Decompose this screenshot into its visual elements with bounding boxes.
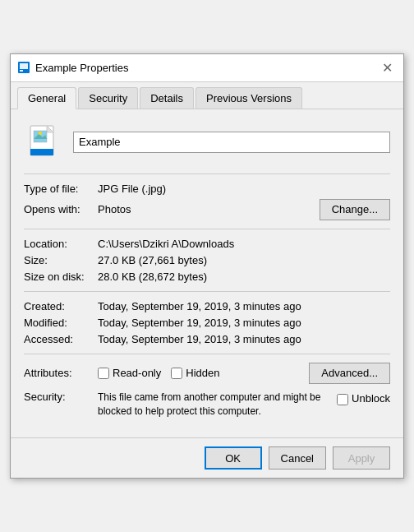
type-value: JPG File (.jpg) xyxy=(98,183,390,195)
hidden-label: Hidden xyxy=(186,367,219,379)
size-value: 27.0 KB (27,661 bytes) xyxy=(98,254,390,266)
location-value: C:\Users\Dzikri A\Downloads xyxy=(98,238,390,250)
unblock-checkbox[interactable] xyxy=(337,394,348,405)
accessed-label: Accessed: xyxy=(24,333,98,345)
tab-previous-versions[interactable]: Previous Versions xyxy=(196,87,302,109)
security-text: This file came from another computer and… xyxy=(98,391,337,419)
accessed-value: Today, September 19, 2019, 3 minutes ago xyxy=(98,333,390,345)
file-icon xyxy=(24,123,63,162)
footer: OK Cancel Apply xyxy=(11,437,403,478)
change-button[interactable]: Change... xyxy=(320,199,390,220)
size-row: Size: 27.0 KB (27,661 bytes) xyxy=(24,254,390,266)
unblock-label: Unblock xyxy=(352,392,390,405)
svg-rect-5 xyxy=(30,149,53,155)
security-label: Security: xyxy=(24,391,98,403)
tab-general[interactable]: General xyxy=(17,87,76,109)
jpg-file-icon xyxy=(24,123,63,162)
size-disk-value: 28.0 KB (28,672 bytes) xyxy=(98,271,390,283)
svg-rect-2 xyxy=(20,70,23,72)
attributes-label: Attributes: xyxy=(24,367,98,379)
title-bar-left: Example Properties xyxy=(17,61,128,74)
opens-with-row: Opens with: Photos Change... xyxy=(24,199,390,220)
tab-bar: General Security Details Previous Versio… xyxy=(11,82,403,109)
modified-value: Today, September 19, 2019, 3 minutes ago xyxy=(98,317,390,329)
location-row: Location: C:\Users\Dzikri A\Downloads xyxy=(24,238,390,250)
modified-label: Modified: xyxy=(24,317,98,329)
svg-point-8 xyxy=(39,132,42,135)
readonly-label: Read-only xyxy=(113,367,161,379)
created-row: Created: Today, September 19, 2019, 3 mi… xyxy=(24,300,390,312)
type-row: Type of file: JPG File (.jpg) xyxy=(24,183,390,195)
close-button[interactable]: ✕ xyxy=(377,58,397,77)
filename-input[interactable] xyxy=(73,132,390,153)
readonly-checkbox-label[interactable]: Read-only xyxy=(98,367,161,379)
properties-window: Example Properties ✕ General Security De… xyxy=(10,53,404,479)
divider-1 xyxy=(24,173,390,174)
hidden-checkbox[interactable] xyxy=(171,368,182,379)
tab-security[interactable]: Security xyxy=(78,87,138,109)
size-disk-label: Size on disk: xyxy=(24,271,98,283)
opens-label: Opens with: xyxy=(24,203,98,215)
ok-button[interactable]: OK xyxy=(205,446,262,470)
advanced-button[interactable]: Advanced... xyxy=(309,363,390,384)
tab-content-general: Type of file: JPG File (.jpg) Opens with… xyxy=(11,109,403,438)
tab-details[interactable]: Details xyxy=(140,87,194,109)
divider-2 xyxy=(24,229,390,229)
window-title: Example Properties xyxy=(35,62,128,74)
svg-rect-1 xyxy=(20,63,28,69)
created-label: Created: xyxy=(24,300,98,312)
readonly-checkbox[interactable] xyxy=(98,368,109,379)
attributes-row: Attributes: Read-only Hidden Advanced... xyxy=(24,363,390,384)
size-disk-row: Size on disk: 28.0 KB (28,672 bytes) xyxy=(24,271,390,283)
type-label: Type of file: xyxy=(24,183,98,195)
title-bar: Example Properties ✕ xyxy=(11,54,403,82)
cancel-button[interactable]: Cancel xyxy=(269,446,326,470)
file-header xyxy=(24,123,390,162)
window-icon xyxy=(17,61,30,74)
security-row: Security: This file came from another co… xyxy=(24,391,390,419)
apply-button[interactable]: Apply xyxy=(333,446,390,470)
divider-3 xyxy=(24,291,390,292)
accessed-row: Accessed: Today, September 19, 2019, 3 m… xyxy=(24,333,390,345)
size-label: Size: xyxy=(24,254,98,266)
opens-value: Photos xyxy=(98,203,320,215)
attributes-controls: Read-only Hidden Advanced... xyxy=(98,363,390,384)
created-value: Today, September 19, 2019, 3 minutes ago xyxy=(98,300,390,312)
unblock-area: Unblock xyxy=(337,391,390,405)
hidden-checkbox-label[interactable]: Hidden xyxy=(171,367,219,379)
modified-row: Modified: Today, September 19, 2019, 3 m… xyxy=(24,317,390,329)
location-label: Location: xyxy=(24,238,98,250)
divider-4 xyxy=(24,354,390,354)
